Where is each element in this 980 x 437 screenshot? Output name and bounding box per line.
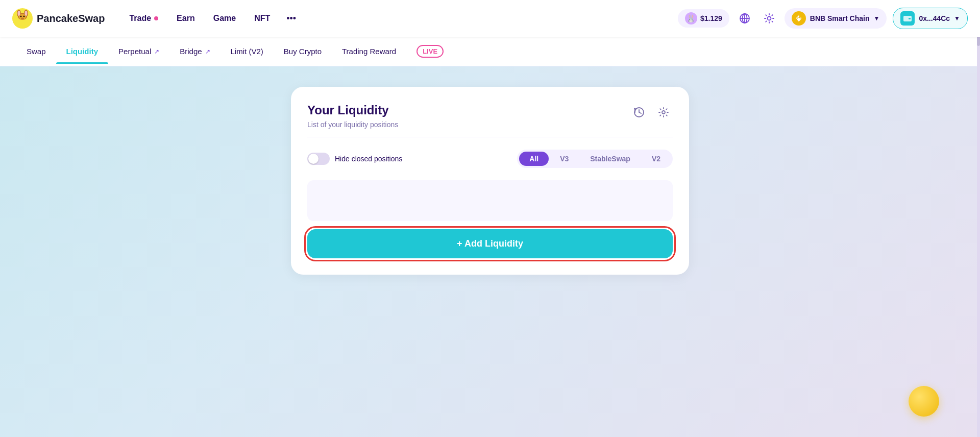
- add-liquidity-button[interactable]: + Add Liquidity: [307, 229, 673, 258]
- wallet-address: 0x...44Cc: [919, 14, 950, 22]
- svg-point-7: [20, 16, 22, 17]
- nav-item-game[interactable]: Game: [205, 10, 244, 27]
- toggle-label: Hide closed positions: [335, 155, 402, 163]
- svg-point-19: [662, 111, 665, 114]
- bunny-icon: 🐰: [685, 12, 697, 25]
- subnav-bridge[interactable]: Bridge ↗: [169, 39, 220, 64]
- nav-item-nft[interactable]: NFT: [246, 10, 278, 27]
- empty-positions-area: [307, 180, 673, 221]
- wallet-icon: [900, 11, 915, 26]
- globe-icon-btn[interactable]: [736, 9, 754, 28]
- chain-chevron-icon: ▼: [874, 15, 880, 22]
- svg-point-9: [21, 18, 24, 19]
- card-settings-button[interactable]: [654, 103, 673, 122]
- subnav-limit[interactable]: Limit (V2): [220, 39, 274, 64]
- floating-coin: [909, 386, 939, 417]
- nav-more-btn[interactable]: •••: [280, 9, 302, 28]
- globe-icon: [739, 13, 750, 24]
- live-badge: LIVE: [416, 45, 444, 58]
- svg-point-14: [767, 17, 771, 20]
- settings-icon: [764, 13, 775, 24]
- card-title: Your Liquidity: [307, 103, 398, 117]
- logo-text: PancakeSwap: [37, 13, 105, 25]
- svg-point-8: [23, 16, 25, 17]
- chain-selector[interactable]: BNB Smart Chain ▼: [785, 8, 887, 29]
- nav-trade-label: Trade: [129, 14, 151, 23]
- card-icons: [630, 103, 673, 122]
- nav-item-earn[interactable]: Earn: [168, 10, 203, 27]
- chain-name: BNB Smart Chain: [810, 14, 870, 22]
- toggle-area: Hide closed positions: [307, 153, 402, 165]
- wallet-chevron-icon: ▼: [954, 15, 960, 22]
- card-subtitle: List of your liquidity positions: [307, 120, 398, 129]
- subnav-trading-reward[interactable]: Trading Reward: [332, 39, 406, 64]
- liquidity-card: Your Liquidity List of your liquidity po…: [291, 87, 689, 275]
- sub-nav: Swap Liquidity Perpetual ↗ Bridge ↗ Limi…: [0, 37, 980, 66]
- toggle-knob: [308, 154, 318, 164]
- header: PancakeSwap Trade Earn Game NFT ••• 🐰 $1…: [0, 0, 980, 37]
- subnav-buy-crypto[interactable]: Buy Crypto: [274, 39, 332, 64]
- svg-rect-17: [909, 18, 911, 19]
- logo-area[interactable]: PancakeSwap: [12, 8, 105, 29]
- wallet-button[interactable]: 0x...44Cc ▼: [893, 8, 968, 29]
- card-divider: [307, 137, 673, 137]
- bnb-icon: [792, 11, 806, 26]
- card-title-area: Your Liquidity List of your liquidity po…: [307, 103, 398, 129]
- card-settings-icon: [658, 107, 669, 118]
- history-button[interactable]: [630, 103, 648, 122]
- subnav-live[interactable]: LIVE: [406, 37, 454, 66]
- cake-price: $1.129: [700, 14, 722, 22]
- price-badge[interactable]: 🐰 $1.129: [678, 9, 729, 28]
- hide-closed-toggle[interactable]: [307, 153, 330, 165]
- history-icon: [633, 107, 645, 118]
- pancakeswap-logo-icon: [12, 8, 33, 29]
- subnav-liquidity[interactable]: Liquidity: [56, 39, 109, 64]
- controls-row: Hide closed positions All V3 StableSwap …: [307, 145, 673, 172]
- nav-trade-dot: [154, 16, 158, 20]
- nav-game-label: Game: [213, 14, 236, 23]
- main-content: Your Liquidity List of your liquidity po…: [0, 66, 980, 295]
- scrollbar[interactable]: [977, 0, 980, 437]
- bridge-external-icon: ↗: [205, 48, 210, 55]
- subnav-swap[interactable]: Swap: [16, 39, 56, 64]
- nav-item-trade[interactable]: Trade: [121, 10, 166, 27]
- card-header: Your Liquidity List of your liquidity po…: [307, 103, 673, 129]
- filter-tab-stableswap[interactable]: StableSwap: [580, 152, 641, 166]
- filter-tabs: All V3 StableSwap V2: [517, 150, 673, 168]
- main-nav: Trade Earn Game NFT •••: [121, 9, 678, 28]
- perpetual-external-icon: ↗: [154, 48, 159, 55]
- nav-earn-label: Earn: [177, 14, 195, 23]
- nav-nft-label: NFT: [254, 14, 270, 23]
- settings-icon-btn[interactable]: [760, 9, 778, 28]
- header-right: 🐰 $1.129: [678, 8, 968, 29]
- subnav-perpetual[interactable]: Perpetual ↗: [108, 39, 169, 64]
- filter-tab-all[interactable]: All: [519, 152, 549, 166]
- filter-tab-v2[interactable]: V2: [642, 152, 671, 166]
- filter-tab-v3[interactable]: V3: [550, 152, 579, 166]
